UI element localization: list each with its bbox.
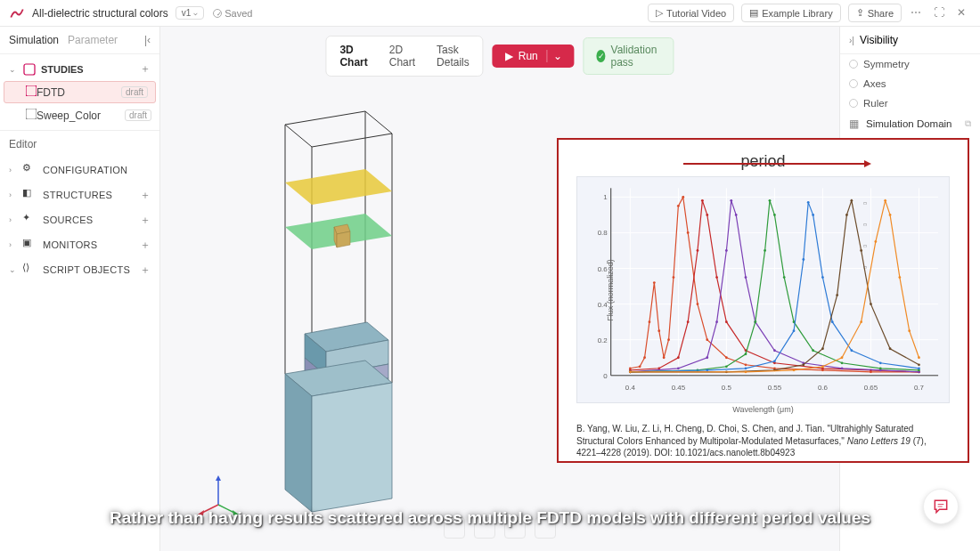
share-button[interactable]: ⇪Share bbox=[848, 4, 902, 22]
svg-text:0.65: 0.65 bbox=[864, 384, 878, 392]
simulation-3d-model[interactable] bbox=[249, 98, 428, 525]
svg-point-75 bbox=[745, 276, 747, 279]
svg-point-116 bbox=[850, 199, 853, 202]
svg-point-87 bbox=[764, 249, 766, 252]
svg-point-117 bbox=[860, 249, 862, 252]
chevron-down-icon: ⌄ bbox=[9, 65, 18, 74]
tab-3d-chart[interactable]: 3D Chart bbox=[329, 39, 378, 73]
fdtd-icon bbox=[26, 85, 37, 99]
svg-point-86 bbox=[754, 320, 756, 323]
tab-parameter[interactable]: Parameter bbox=[68, 34, 118, 46]
cube-icon: ▫ bbox=[863, 198, 876, 210]
view-tool-icon[interactable] bbox=[444, 517, 465, 539]
axis-gizmo-icon[interactable] bbox=[196, 471, 241, 515]
sources-icon: ✦ bbox=[22, 212, 38, 228]
top-bar: All-dielectric structural colors v1⌵ ✓Sa… bbox=[0, 0, 980, 27]
view-tool-icon[interactable] bbox=[474, 517, 495, 539]
viewport[interactable]: 3D Chart 2D Chart Task Details ▶Run⌄ ✓Va… bbox=[160, 27, 839, 551]
monitors-icon: ▣ bbox=[22, 237, 38, 253]
sweep-icon bbox=[26, 109, 37, 122]
svg-point-71 bbox=[715, 320, 718, 323]
svg-point-57 bbox=[687, 320, 690, 323]
studies-header[interactable]: ⌄ STUDIES ＋ bbox=[0, 58, 159, 80]
svg-point-124 bbox=[821, 365, 824, 368]
chat-icon bbox=[932, 498, 950, 515]
svg-text:0.5: 0.5 bbox=[722, 384, 732, 392]
section-configuration[interactable]: ›⚙CONFIGURATION bbox=[0, 158, 159, 182]
cube-icon: ▫ bbox=[863, 262, 876, 274]
tutorial-video-button[interactable]: ▷Tutorial Video bbox=[648, 4, 734, 22]
collapse-panel-icon[interactable]: |‹ bbox=[144, 34, 151, 46]
tab-task-details[interactable]: Task Details bbox=[426, 39, 480, 73]
external-icon[interactable]: ⧉ bbox=[965, 118, 971, 129]
section-sources[interactable]: ›✦SOURCES＋ bbox=[0, 207, 159, 232]
example-library-button[interactable]: ▤Example Library bbox=[741, 4, 840, 22]
svg-point-102 bbox=[807, 201, 810, 204]
vis-simulation-domain[interactable]: ▦Simulation Domain⧉ bbox=[840, 113, 980, 134]
script-icon: ⟨⟩ bbox=[22, 262, 38, 278]
svg-point-115 bbox=[845, 214, 848, 216]
svg-point-60 bbox=[706, 214, 708, 216]
add-monitor-icon[interactable]: ＋ bbox=[140, 238, 151, 253]
chat-fab[interactable] bbox=[923, 489, 959, 524]
svg-point-35 bbox=[639, 365, 641, 368]
study-item-sweep[interactable]: Sweep_Color draft bbox=[0, 104, 159, 126]
version-pill[interactable]: v1⌵ bbox=[176, 6, 205, 20]
study-item-fdtd[interactable]: FDTD draft bbox=[4, 81, 156, 103]
svg-point-97 bbox=[706, 369, 708, 371]
cube-icon: ▫ bbox=[863, 219, 876, 231]
spectrum-chart: Flux (normalized) 0.40.450.50.550.60.650… bbox=[576, 176, 950, 403]
svg-point-73 bbox=[730, 199, 732, 202]
vis-ruler[interactable]: Ruler bbox=[840, 93, 980, 113]
more-icon[interactable]: ⋯ bbox=[911, 6, 925, 20]
chevron-right-icon[interactable]: ›| bbox=[849, 36, 854, 45]
tab-2d-chart[interactable]: 2D Chart bbox=[379, 39, 426, 73]
svg-text:0.6: 0.6 bbox=[818, 384, 829, 392]
add-source-icon[interactable]: ＋ bbox=[140, 213, 151, 228]
view-tool-icon[interactable] bbox=[535, 517, 556, 539]
section-script-objects[interactable]: ⌄⟨⟩SCRIPT OBJECTS＋ bbox=[0, 257, 159, 282]
svg-point-99 bbox=[773, 360, 776, 362]
svg-point-126 bbox=[860, 320, 862, 323]
chevron-down-icon[interactable]: ⌄ bbox=[547, 50, 562, 62]
left-panel: Simulation Parameter |‹ ⌄ STUDIES ＋ FDTD… bbox=[0, 27, 160, 551]
app-logo-icon bbox=[9, 5, 25, 21]
vis-axes[interactable]: Axes bbox=[840, 74, 980, 93]
add-structure-icon[interactable]: ＋ bbox=[140, 188, 151, 203]
svg-point-61 bbox=[715, 276, 718, 279]
svg-point-70 bbox=[706, 356, 708, 359]
svg-point-85 bbox=[745, 352, 747, 355]
visibility-title: Visibility bbox=[860, 34, 898, 46]
svg-point-41 bbox=[667, 338, 670, 341]
expand-icon[interactable]: ⛶ bbox=[934, 6, 948, 20]
section-structures[interactable]: ›◧STRUCTURES＋ bbox=[0, 182, 159, 207]
run-button[interactable]: ▶Run⌄ bbox=[493, 45, 575, 68]
svg-text:1: 1 bbox=[603, 193, 608, 201]
status-badge: draft bbox=[121, 86, 148, 98]
svg-point-77 bbox=[773, 349, 776, 352]
svg-point-106 bbox=[850, 349, 853, 352]
studies-icon bbox=[22, 62, 37, 77]
x-axis-label: Wavelength (μm) bbox=[576, 405, 950, 414]
add-study-icon[interactable]: ＋ bbox=[140, 61, 151, 77]
add-script-icon[interactable]: ＋ bbox=[140, 263, 151, 278]
section-monitors[interactable]: ›▣MONITORS＋ bbox=[0, 232, 159, 257]
svg-point-114 bbox=[836, 294, 838, 296]
vis-symmetry[interactable]: Symmetry bbox=[840, 54, 980, 74]
y-axis-label: Flux (normalized) bbox=[606, 259, 615, 321]
view-tool-icon[interactable] bbox=[504, 517, 526, 539]
svg-point-113 bbox=[821, 347, 824, 350]
tab-simulation[interactable]: Simulation bbox=[9, 34, 59, 46]
svg-point-72 bbox=[725, 249, 728, 252]
close-icon[interactable]: ✕ bbox=[957, 6, 971, 20]
svg-point-101 bbox=[802, 258, 804, 261]
svg-point-38 bbox=[653, 281, 656, 284]
svg-point-92 bbox=[812, 349, 814, 352]
svg-text:0.7: 0.7 bbox=[914, 384, 925, 392]
svg-point-118 bbox=[870, 303, 872, 305]
svg-point-123 bbox=[793, 369, 796, 371]
svg-point-69 bbox=[677, 367, 680, 369]
svg-point-93 bbox=[841, 361, 844, 364]
svg-point-89 bbox=[773, 214, 776, 216]
svg-point-37 bbox=[649, 320, 651, 323]
